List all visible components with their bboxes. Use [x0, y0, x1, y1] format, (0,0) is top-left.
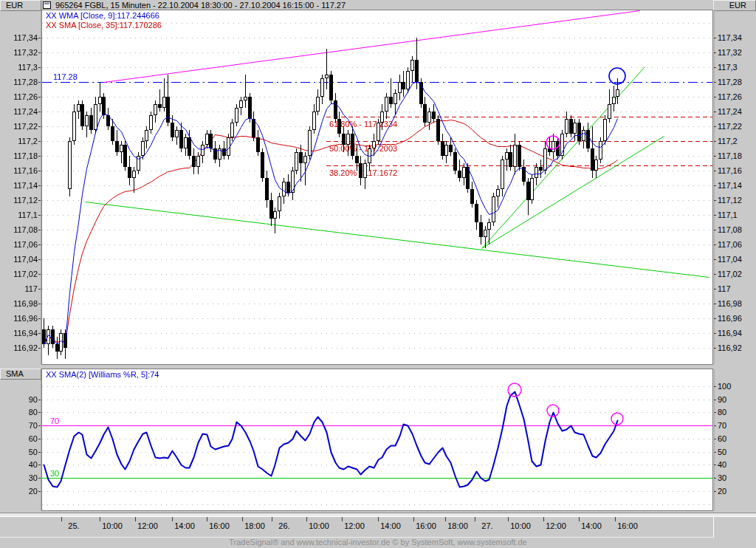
sub-y-axis-label-right: 50: [718, 448, 726, 456]
y-axis-label: 116,96: [0, 314, 38, 323]
sub-y-axis-tick: [38, 425, 41, 426]
y-axis-tick-right: [714, 185, 716, 186]
time-axis-label: 12:00: [131, 521, 164, 530]
y-axis-label-right: 116,94: [718, 329, 742, 338]
sub-y-axis-tick: [38, 439, 41, 439]
y-axis-label: 117,22: [0, 122, 38, 131]
y-axis-tick-right: [714, 333, 716, 334]
main-price-chart-canvas[interactable]: [42, 10, 712, 364]
y-axis-tick: [38, 67, 41, 68]
chart-window-icon: [43, 1, 51, 9]
y-axis-tick-right: [714, 112, 716, 112]
y-axis-label-right: 117,34: [718, 33, 742, 42]
y-axis-tick: [38, 156, 41, 157]
sub-y-axis-label: 50: [0, 448, 38, 456]
sub-y-axis-tick: [38, 412, 41, 413]
y-axis-label: 117,06: [0, 240, 38, 249]
sub-y-axis-label: 60: [0, 434, 38, 443]
footer: TradeSignal® and www.technical-investor.…: [0, 538, 756, 548]
y-axis-tick-right: [714, 289, 716, 290]
y-axis-label-right: 117,18: [718, 151, 742, 160]
sub-y-axis-label-right: 70: [718, 421, 726, 430]
y-axis-label: 117,08: [0, 225, 38, 234]
time-axis-label: 18:00: [238, 521, 271, 530]
time-axis-label: 10:00: [504, 521, 537, 530]
sub-y-axis-label-right: 90: [718, 395, 726, 404]
y-axis-tick-right: [714, 38, 716, 38]
y-axis-tick: [38, 141, 41, 142]
sub-right-axis-dotted-rule: [714, 369, 715, 510]
sub-panel-indicator-box: SMA: [0, 369, 41, 380]
y-axis-tick: [38, 289, 41, 290]
sub-y-axis-label-right: 80: [718, 408, 726, 417]
y-axis-tick: [38, 171, 41, 171]
sub-y-axis-tick-right: [714, 491, 716, 492]
left-axis-dotted-rule: [41, 10, 41, 364]
y-axis-tick-right: [714, 244, 716, 245]
left-axis-unit-label: EUR: [6, 1, 23, 10]
y-axis-label: 117,1: [0, 210, 38, 219]
y-axis-label: 116,98: [0, 299, 38, 308]
y-axis-label: 117,02: [0, 270, 38, 278]
williams-r-panel[interactable]: [41, 369, 713, 511]
y-axis-label: 117: [0, 284, 38, 293]
y-axis-tick: [38, 348, 41, 349]
y-axis-tick-right: [714, 318, 716, 319]
y-axis-tick: [38, 304, 41, 304]
y-axis-label-right: 117,24: [718, 107, 742, 116]
y-axis-label-right: 117,04: [718, 255, 742, 264]
right-axis-unit-label: EUR: [729, 1, 746, 10]
y-axis-tick-right: [714, 52, 716, 53]
time-axis-corner: [713, 517, 756, 538]
y-axis-label-right: 117,26: [718, 92, 742, 101]
williams-r-chart-canvas[interactable]: [42, 369, 712, 510]
time-axis-label: 12:00: [540, 521, 572, 530]
y-axis-label: 117,32: [0, 48, 38, 57]
sub-y-axis-label: 80: [0, 408, 38, 417]
y-axis-tick: [38, 318, 41, 319]
sub-y-axis-label-right: 100: [718, 382, 731, 391]
y-axis-tick: [38, 274, 41, 275]
tradesignal-chart-window: EUR 965264 FGBL, 15 Minuten - 22.10.2004…: [0, 0, 756, 548]
legend-sma: XX SMA [Close, 35]:117.170286: [46, 21, 162, 30]
sub-y-axis-tick-right: [714, 425, 716, 426]
y-axis-tick: [38, 244, 41, 245]
sub-y-axis-label: 90: [0, 395, 38, 404]
right-axis-unit-box: EUR: [713, 0, 756, 11]
time-axis-label: 14:00: [374, 521, 407, 530]
y-axis-tick-right: [714, 141, 716, 142]
sub-y-axis-tick-right: [714, 478, 716, 479]
time-axis-label: 16:00: [203, 521, 236, 530]
y-axis-label-right: 117,32: [718, 48, 742, 57]
sub-y-axis-tick: [38, 452, 41, 453]
sub-y-axis-tick: [38, 491, 41, 492]
y-axis-tick-right: [714, 274, 716, 275]
y-axis-tick-right: [714, 348, 716, 349]
y-axis-label: 117,14: [0, 181, 38, 190]
y-axis-tick: [38, 200, 41, 201]
y-axis-label: 117,28: [0, 78, 38, 86]
y-axis-label-right: 117,28: [718, 78, 742, 86]
y-axis-tick-right: [714, 171, 716, 171]
sub-y-axis-label-right: 20: [718, 487, 726, 496]
y-axis-tick-right: [714, 67, 716, 68]
y-axis-tick: [38, 82, 41, 83]
sub-y-axis-tick-right: [714, 465, 716, 465]
footer-credit: TradeSignal® and www.technical-investor.…: [229, 538, 526, 547]
legend-sub-sma: XX SMA(2) [Williams %R, 5]:74: [46, 370, 159, 379]
main-price-panel[interactable]: [41, 10, 713, 365]
time-axis: 25.10:0012:0014:0016:0018:0026.10:0012:0…: [0, 517, 713, 538]
y-axis-label-right: 117,2: [718, 137, 738, 145]
time-axis-label: 18:00: [441, 521, 474, 530]
y-axis-label-right: 117,16: [718, 166, 742, 175]
y-axis-tick: [38, 112, 41, 112]
time-axis-label: 12:00: [338, 521, 371, 530]
y-axis-label: 117,12: [0, 196, 38, 205]
y-axis-label-right: 116,98: [718, 299, 742, 308]
y-axis-tick: [38, 230, 41, 230]
right-axis-dotted-rule: [714, 10, 715, 364]
sub-left-axis-dotted-rule: [41, 369, 41, 510]
y-axis-tick-right: [714, 82, 716, 83]
time-axis-label: 14:00: [168, 521, 201, 530]
y-axis-tick: [38, 38, 41, 38]
